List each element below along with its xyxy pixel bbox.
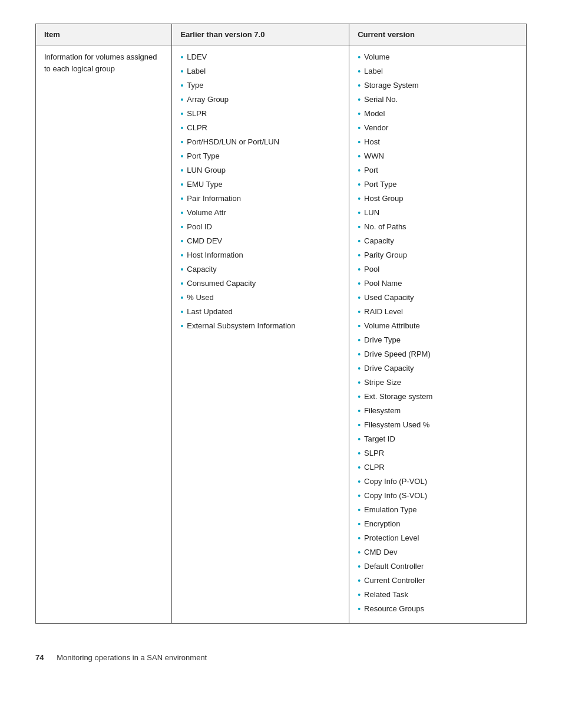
bullet-icon: • <box>358 532 361 545</box>
bullet-icon: • <box>358 334 361 347</box>
list-item: •Drive Type <box>358 334 518 347</box>
bullet-icon: • <box>358 221 361 233</box>
bullet-icon: • <box>358 348 361 361</box>
list-item-text: SLPR <box>187 108 207 120</box>
list-item: •Filesystem <box>358 405 518 417</box>
list-item: •External Subsystem Information <box>180 320 340 332</box>
list-item: •Used Capacity <box>358 292 518 304</box>
list-item: •RAID Level <box>358 306 518 318</box>
list-item-text: Label <box>364 65 383 77</box>
list-item-text: Last Updated <box>187 306 232 318</box>
list-item: •Label <box>180 65 340 78</box>
list-item-text: Array Group <box>187 94 229 106</box>
list-item: •Host Information <box>180 249 340 262</box>
list-item: •Array Group <box>180 94 340 106</box>
list-item: •Storage System <box>358 80 518 92</box>
list-item: •Port/HSD/LUN or Port/LUN <box>180 136 340 149</box>
bullet-icon: • <box>180 65 183 78</box>
list-item-text: Pair Information <box>187 193 241 205</box>
bullet-icon: • <box>180 278 183 290</box>
list-item: •Volume Attr <box>180 207 340 219</box>
bullet-icon: • <box>180 80 183 92</box>
list-item: •Parity Group <box>358 249 518 262</box>
bullet-icon: • <box>358 150 361 163</box>
list-item: •Pair Information <box>180 193 340 205</box>
list-item-text: LUN Group <box>187 164 226 176</box>
bullet-icon: • <box>180 122 183 134</box>
list-item: •% Used <box>180 292 340 304</box>
list-item-text: Ext. Storage system <box>364 391 432 403</box>
list-item-text: Host <box>364 136 380 148</box>
list-item-text: Port <box>364 164 378 176</box>
list-item: •CMD Dev <box>358 546 518 559</box>
list-item: •Last Updated <box>180 306 340 318</box>
list-item: •CLPR <box>358 462 518 474</box>
list-item: •Stripe Size <box>358 377 518 389</box>
list-item: •SLPR <box>180 108 340 120</box>
header-current: Current version <box>349 24 527 45</box>
header-item: Item <box>36 24 172 45</box>
list-item-text: Pool <box>364 263 379 275</box>
list-item: •No. of Paths <box>358 221 518 233</box>
list-item-text: Used Capacity <box>364 292 414 304</box>
bullet-icon: • <box>180 306 183 318</box>
list-item-text: Host Information <box>187 249 243 261</box>
list-item-text: Copy Info (P-VOL) <box>364 476 427 487</box>
list-item: •Drive Capacity <box>358 363 518 375</box>
list-item: •Vendor <box>358 122 518 134</box>
list-item-text: Pool ID <box>187 221 212 233</box>
list-item-text: Drive Capacity <box>364 363 414 374</box>
bullet-icon: • <box>180 136 183 149</box>
bullet-icon: • <box>358 603 361 615</box>
bullet-icon: • <box>180 179 183 191</box>
list-item-text: Serial No. <box>364 94 398 106</box>
list-item: •Host Group <box>358 193 518 205</box>
bullet-icon: • <box>358 320 361 332</box>
list-item-text: Consumed Capacity <box>187 278 256 289</box>
current-list: •Volume•Label•Storage System•Serial No.•… <box>358 51 518 615</box>
list-item-text: Volume Attr <box>187 207 226 219</box>
list-item-text: Host Group <box>364 193 403 205</box>
bullet-icon: • <box>180 207 183 219</box>
list-item: •Serial No. <box>358 94 518 106</box>
bullet-icon: • <box>358 292 361 304</box>
list-item-text: Type <box>187 80 203 91</box>
bullet-icon: • <box>358 391 361 403</box>
bullet-icon: • <box>358 249 361 262</box>
list-item: •Drive Speed (RPM) <box>358 348 518 361</box>
bullet-icon: • <box>180 51 183 64</box>
bullet-icon: • <box>180 249 183 262</box>
list-item-text: Copy Info (S-VOL) <box>364 490 427 502</box>
earlier-items-cell: •LDEV•Label•Type•Array Group•SLPR•CLPR•P… <box>172 45 349 624</box>
bullet-icon: • <box>358 65 361 78</box>
bullet-icon: • <box>358 136 361 149</box>
bullet-icon: • <box>180 150 183 163</box>
list-item-text: Filesystem Used % <box>364 419 429 431</box>
bullet-icon: • <box>180 320 183 332</box>
list-item: •Encryption <box>358 518 518 531</box>
list-item: •Port <box>358 164 518 177</box>
footer-page-number: 74 <box>35 653 44 662</box>
list-item-text: Drive Speed (RPM) <box>364 348 431 360</box>
list-item-text: Capacity <box>187 263 217 275</box>
bullet-icon: • <box>358 164 361 177</box>
header-earlier: Earlier than version 7.0 <box>172 24 349 45</box>
list-item: •CLPR <box>180 122 340 134</box>
list-item-text: WWN <box>364 150 384 162</box>
list-item-text: Emulation Type <box>364 504 416 516</box>
list-item-text: Port Type <box>364 179 396 190</box>
list-item: •Capacity <box>358 235 518 248</box>
list-item: •Capacity <box>180 263 340 276</box>
bullet-icon: • <box>358 518 361 531</box>
footer: 74 Monitoring operations in a SAN enviro… <box>35 653 527 662</box>
list-item-text: Parity Group <box>364 249 407 261</box>
list-item-text: CMD Dev <box>364 546 397 558</box>
list-item-text: Volume <box>364 51 389 63</box>
list-item: •Copy Info (P-VOL) <box>358 476 518 488</box>
list-item: •Type <box>180 80 340 92</box>
list-item-text: Resource Groups <box>364 603 424 615</box>
list-item-text: EMU Type <box>187 179 222 190</box>
bullet-icon: • <box>358 546 361 559</box>
bullet-icon: • <box>358 363 361 375</box>
bullet-icon: • <box>180 235 183 248</box>
